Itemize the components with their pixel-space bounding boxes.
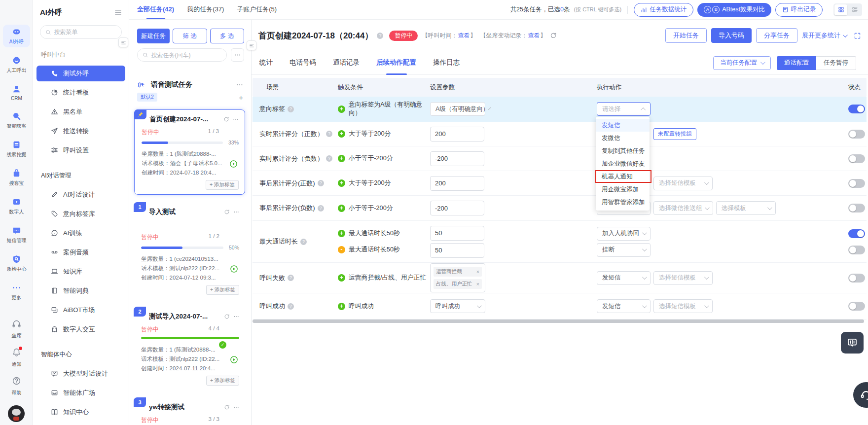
- rail-item[interactable]: 数字人: [3, 195, 30, 217]
- score-input[interactable]: [430, 127, 484, 142]
- refresh-icon[interactable]: [224, 209, 230, 215]
- menu-item[interactable]: 大模型对话设计: [33, 364, 129, 383]
- menu-search-input[interactable]: [54, 29, 116, 35]
- menu-item[interactable]: AI对话设计: [33, 185, 129, 204]
- fail-action-select[interactable]: 发短信: [597, 271, 651, 285]
- menu-item[interactable]: 知识库: [33, 262, 129, 281]
- detail-tab[interactable]: 通话记录: [333, 51, 360, 75]
- success-action-select[interactable]: 发短信: [597, 299, 651, 313]
- menu-item[interactable]: 数字人交互: [33, 319, 129, 339]
- duration-input[interactable]: [430, 226, 484, 241]
- voice-assistant-button[interactable]: [841, 332, 864, 354]
- user-avatar[interactable]: [8, 405, 25, 422]
- task-title[interactable]: yw转接测试: [149, 403, 220, 412]
- dropdown-option[interactable]: 机器人通知: [595, 170, 651, 183]
- add-group-button[interactable]: +: [239, 93, 243, 102]
- row-toggle[interactable]: [848, 204, 865, 212]
- task-title[interactable]: 导入测试: [149, 208, 220, 216]
- fail-reason-multiselect[interactable]: 运营商拦截×占线、用户正忙×: [430, 263, 485, 292]
- transfer-group-unset-button[interactable]: 未配置转接组: [653, 128, 696, 140]
- detail-tab[interactable]: 操作日志: [433, 51, 460, 75]
- duration-input[interactable]: [430, 243, 484, 258]
- dropdown-option[interactable]: 复制到其他任务: [596, 144, 650, 157]
- dropdown-option[interactable]: 发微信: [596, 132, 650, 144]
- row-toggle[interactable]: [848, 179, 865, 188]
- row-toggle[interactable]: [848, 105, 865, 113]
- play-audio-icon[interactable]: [230, 355, 238, 364]
- menu-search[interactable]: [40, 25, 122, 39]
- sms-template-select[interactable]: 选择短信模板: [653, 177, 713, 190]
- rail-item[interactable]: CRM: [3, 82, 30, 103]
- view-agent-change-link[interactable]: 查看: [528, 32, 540, 39]
- refresh-icon[interactable]: [550, 32, 557, 39]
- task-search-input[interactable]: [151, 52, 221, 59]
- add-tag-button[interactable]: + 添加标签: [206, 376, 239, 386]
- action-select-open[interactable]: 请选择: [597, 102, 651, 116]
- dropdown-option[interactable]: 用智群管家添加: [596, 196, 650, 209]
- max-duration-action-select[interactable]: 加入人机协同: [597, 227, 651, 241]
- expand-stats-button[interactable]: 展开更多统计: [802, 31, 846, 40]
- list-view-button[interactable]: [848, 4, 861, 15]
- play-audio-icon[interactable]: [230, 265, 238, 273]
- task-card[interactable]: 首页创建2024-07-... 暂停中 1 / 3 33% 坐席数量：1 (陈测…: [134, 109, 245, 195]
- max-duration-action-select[interactable]: 挂断: [597, 243, 651, 257]
- task-scope-tab[interactable]: 我的任务(37): [187, 0, 224, 20]
- score-input[interactable]: [430, 151, 484, 166]
- menu-item[interactable]: 智能词典: [33, 281, 129, 300]
- menu-collapse-icon[interactable]: [114, 9, 122, 16]
- sms-template-select[interactable]: 选择短信模板: [653, 271, 713, 285]
- abtest-compare-button[interactable]: A B ABtest效果对比: [697, 3, 771, 17]
- call-log-button[interactable]: 呼出记录: [775, 3, 823, 17]
- fail-reason-chip[interactable]: 占线、用户正忙×: [434, 279, 482, 289]
- rail-bottom-item[interactable]: 坐席: [3, 317, 30, 341]
- menu-item[interactable]: 意向标签库: [33, 204, 129, 223]
- remove-chip-icon[interactable]: ×: [476, 281, 479, 287]
- add-tag-button[interactable]: + 添加标签: [206, 180, 239, 190]
- menu-item[interactable]: 测试外呼: [36, 66, 125, 81]
- filter-button[interactable]: 筛 选: [173, 29, 207, 43]
- remove-chip-icon[interactable]: ×: [476, 269, 479, 275]
- row-toggle[interactable]: [848, 229, 865, 238]
- row-toggle[interactable]: [848, 246, 865, 254]
- task-data-stats-button[interactable]: 任务数据统计: [634, 3, 693, 17]
- rail-item[interactable]: 智能获客: [3, 109, 30, 132]
- template-select[interactable]: 选择模板: [716, 201, 776, 215]
- collapse-menu-button[interactable]: [118, 37, 128, 47]
- grid-view-button[interactable]: [834, 4, 847, 15]
- view-call-time-link[interactable]: 查看: [458, 32, 470, 39]
- add-tag-button[interactable]: + 添加标签: [206, 285, 239, 295]
- success-param-select[interactable]: 呼叫成功: [430, 299, 485, 313]
- menu-item[interactable]: 知识中心: [33, 402, 129, 422]
- more-icon[interactable]: [233, 404, 239, 410]
- menu-item[interactable]: 智能体广场: [33, 383, 129, 402]
- rail-item[interactable]: AI外呼: [3, 25, 30, 47]
- task-scope-tab[interactable]: 全部任务(42): [137, 0, 174, 20]
- dropdown-option[interactable]: 用企微宝添加: [596, 183, 650, 196]
- rail-item[interactable]: 质检中心: [3, 252, 30, 275]
- play-audio-icon[interactable]: [229, 160, 238, 168]
- task-pause-button[interactable]: 任务暂停: [816, 56, 856, 70]
- row-toggle[interactable]: [848, 302, 865, 311]
- call-config-button[interactable]: 通话配置: [777, 56, 816, 70]
- fail-reason-chip[interactable]: 运营商拦截×: [434, 267, 482, 277]
- menu-item[interactable]: 案例音频: [33, 243, 129, 262]
- menu-item[interactable]: 推送转接: [33, 121, 129, 141]
- menu-item[interactable]: 黑名单: [33, 102, 129, 121]
- collapse-tasklist-button[interactable]: [247, 40, 256, 50]
- group-tag[interactable]: 默认2: [137, 93, 157, 102]
- search-more-button[interactable]: [231, 48, 244, 62]
- rail-item[interactable]: 更多: [3, 281, 30, 303]
- share-task-button[interactable]: 分享任务: [756, 28, 797, 43]
- row-toggle[interactable]: [848, 274, 865, 283]
- refresh-icon[interactable]: [224, 404, 230, 410]
- score-input[interactable]: [430, 176, 484, 191]
- horizontal-scrollbar[interactable]: [253, 319, 864, 323]
- customer-service-button[interactable]: [853, 382, 868, 408]
- detail-tab[interactable]: 统计: [259, 51, 273, 75]
- task-scope-tab[interactable]: 子账户任务(5): [237, 0, 277, 20]
- multi-select-button[interactable]: 多 选: [210, 29, 245, 43]
- rail-item[interactable]: 线索挖掘: [3, 138, 30, 160]
- group-more-icon[interactable]: [236, 81, 243, 88]
- start-task-button[interactable]: 开始任务: [665, 28, 707, 43]
- menu-item[interactable]: AiBOT市场: [33, 300, 129, 319]
